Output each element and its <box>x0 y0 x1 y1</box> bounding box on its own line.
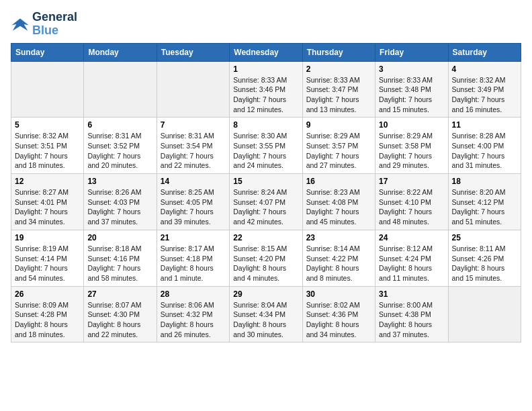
week-row-1: 5Sunrise: 8:32 AM Sunset: 3:51 PM Daylig… <box>11 118 521 174</box>
day-number: 28 <box>161 289 226 299</box>
day-number: 9 <box>306 120 371 130</box>
header-saturday: Saturday <box>448 43 521 61</box>
svg-marker-0 <box>11 18 28 30</box>
day-info: Sunrise: 8:33 AM Sunset: 3:46 PM Dayligh… <box>233 75 298 115</box>
day-number: 10 <box>379 120 444 130</box>
day-cell: 31Sunrise: 8:00 AM Sunset: 4:38 PM Dayli… <box>375 286 448 342</box>
header-wednesday: Wednesday <box>230 43 302 61</box>
day-cell <box>448 286 521 342</box>
day-cell: 6Sunrise: 8:31 AM Sunset: 3:52 PM Daylig… <box>84 118 157 174</box>
day-cell <box>11 61 84 118</box>
day-number: 18 <box>452 177 517 186</box>
day-cell: 16Sunrise: 8:23 AM Sunset: 4:08 PM Dayli… <box>302 174 375 230</box>
day-number: 30 <box>306 289 371 299</box>
logo-icon <box>11 15 30 34</box>
day-cell: 29Sunrise: 8:04 AM Sunset: 4:34 PM Dayli… <box>230 286 302 342</box>
day-info: Sunrise: 8:22 AM Sunset: 4:10 PM Dayligh… <box>379 187 444 227</box>
week-row-4: 26Sunrise: 8:09 AM Sunset: 4:28 PM Dayli… <box>11 286 521 342</box>
day-number: 21 <box>161 233 226 242</box>
day-number: 4 <box>452 64 517 74</box>
day-info: Sunrise: 8:07 AM Sunset: 4:30 PM Dayligh… <box>87 300 152 340</box>
header-sunday: Sunday <box>11 43 84 61</box>
day-number: 27 <box>87 289 152 299</box>
day-cell: 19Sunrise: 8:19 AM Sunset: 4:14 PM Dayli… <box>11 230 84 286</box>
day-cell <box>157 61 229 118</box>
day-cell: 28Sunrise: 8:06 AM Sunset: 4:32 PM Dayli… <box>157 286 229 342</box>
day-cell: 12Sunrise: 8:27 AM Sunset: 4:01 PM Dayli… <box>11 174 84 230</box>
day-cell: 2Sunrise: 8:33 AM Sunset: 3:47 PM Daylig… <box>302 61 375 118</box>
day-cell: 27Sunrise: 8:07 AM Sunset: 4:30 PM Dayli… <box>84 286 157 342</box>
day-info: Sunrise: 8:12 AM Sunset: 4:24 PM Dayligh… <box>379 244 444 283</box>
day-info: Sunrise: 8:33 AM Sunset: 3:48 PM Dayligh… <box>379 75 444 115</box>
header-friday: Friday <box>375 43 448 61</box>
week-row-0: 1Sunrise: 8:33 AM Sunset: 3:46 PM Daylig… <box>11 61 521 118</box>
header-tuesday: Tuesday <box>157 43 229 61</box>
day-info: Sunrise: 8:04 AM Sunset: 4:34 PM Dayligh… <box>233 300 298 340</box>
day-info: Sunrise: 8:17 AM Sunset: 4:18 PM Dayligh… <box>161 244 226 283</box>
day-number: 15 <box>233 177 298 186</box>
day-info: Sunrise: 8:25 AM Sunset: 4:05 PM Dayligh… <box>161 187 226 227</box>
logo-text: General Blue <box>32 11 77 38</box>
day-cell: 17Sunrise: 8:22 AM Sunset: 4:10 PM Dayli… <box>375 174 448 230</box>
header-row: SundayMondayTuesdayWednesdayThursdayFrid… <box>11 43 521 61</box>
day-info: Sunrise: 8:06 AM Sunset: 4:32 PM Dayligh… <box>161 300 226 340</box>
day-cell: 21Sunrise: 8:17 AM Sunset: 4:18 PM Dayli… <box>157 230 229 286</box>
day-cell: 9Sunrise: 8:29 AM Sunset: 3:57 PM Daylig… <box>302 118 375 174</box>
day-cell: 23Sunrise: 8:14 AM Sunset: 4:22 PM Dayli… <box>302 230 375 286</box>
day-cell: 20Sunrise: 8:18 AM Sunset: 4:16 PM Dayli… <box>84 230 157 286</box>
day-number: 1 <box>233 64 298 74</box>
day-number: 19 <box>15 233 80 242</box>
week-row-3: 19Sunrise: 8:19 AM Sunset: 4:14 PM Dayli… <box>11 230 521 286</box>
day-number: 2 <box>306 64 371 74</box>
day-info: Sunrise: 8:00 AM Sunset: 4:38 PM Dayligh… <box>379 300 444 340</box>
day-number: 20 <box>87 233 152 242</box>
day-number: 22 <box>233 233 298 242</box>
day-info: Sunrise: 8:30 AM Sunset: 3:55 PM Dayligh… <box>233 131 298 171</box>
day-cell <box>84 61 157 118</box>
day-cell: 8Sunrise: 8:30 AM Sunset: 3:55 PM Daylig… <box>230 118 302 174</box>
day-cell: 14Sunrise: 8:25 AM Sunset: 4:05 PM Dayli… <box>157 174 229 230</box>
day-number: 5 <box>15 120 80 130</box>
header-monday: Monday <box>84 43 157 61</box>
day-number: 11 <box>452 120 517 130</box>
day-cell: 3Sunrise: 8:33 AM Sunset: 3:48 PM Daylig… <box>375 61 448 118</box>
day-number: 25 <box>452 233 517 242</box>
day-info: Sunrise: 8:31 AM Sunset: 3:52 PM Dayligh… <box>87 131 152 171</box>
day-number: 29 <box>233 289 298 299</box>
logo: General Blue <box>11 11 77 38</box>
day-info: Sunrise: 8:18 AM Sunset: 4:16 PM Dayligh… <box>87 244 152 283</box>
day-number: 24 <box>379 233 444 242</box>
day-cell: 7Sunrise: 8:31 AM Sunset: 3:54 PM Daylig… <box>157 118 229 174</box>
day-info: Sunrise: 8:32 AM Sunset: 3:51 PM Dayligh… <box>15 131 80 171</box>
day-cell: 1Sunrise: 8:33 AM Sunset: 3:46 PM Daylig… <box>230 61 302 118</box>
day-number: 13 <box>87 177 152 186</box>
day-info: Sunrise: 8:27 AM Sunset: 4:01 PM Dayligh… <box>15 187 80 227</box>
day-cell: 30Sunrise: 8:02 AM Sunset: 4:36 PM Dayli… <box>302 286 375 342</box>
day-info: Sunrise: 8:02 AM Sunset: 4:36 PM Dayligh… <box>306 300 371 340</box>
day-number: 14 <box>161 177 226 186</box>
day-cell: 22Sunrise: 8:15 AM Sunset: 4:20 PM Dayli… <box>230 230 302 286</box>
day-cell: 18Sunrise: 8:20 AM Sunset: 4:12 PM Dayli… <box>448 174 521 230</box>
day-info: Sunrise: 8:31 AM Sunset: 3:54 PM Dayligh… <box>161 131 226 171</box>
day-number: 6 <box>87 120 152 130</box>
day-info: Sunrise: 8:24 AM Sunset: 4:07 PM Dayligh… <box>233 187 298 227</box>
day-info: Sunrise: 8:20 AM Sunset: 4:12 PM Dayligh… <box>452 187 517 227</box>
day-cell: 11Sunrise: 8:28 AM Sunset: 4:00 PM Dayli… <box>448 118 521 174</box>
day-number: 26 <box>15 289 80 299</box>
page-header: General Blue <box>11 11 521 38</box>
day-number: 7 <box>161 120 226 130</box>
day-info: Sunrise: 8:33 AM Sunset: 3:47 PM Dayligh… <box>306 75 371 115</box>
day-info: Sunrise: 8:14 AM Sunset: 4:22 PM Dayligh… <box>306 244 371 283</box>
day-info: Sunrise: 8:19 AM Sunset: 4:14 PM Dayligh… <box>15 244 80 283</box>
day-cell: 10Sunrise: 8:29 AM Sunset: 3:58 PM Dayli… <box>375 118 448 174</box>
day-number: 17 <box>379 177 444 186</box>
day-number: 3 <box>379 64 444 74</box>
day-info: Sunrise: 8:15 AM Sunset: 4:20 PM Dayligh… <box>233 244 298 283</box>
day-cell: 24Sunrise: 8:12 AM Sunset: 4:24 PM Dayli… <box>375 230 448 286</box>
day-info: Sunrise: 8:09 AM Sunset: 4:28 PM Dayligh… <box>15 300 80 340</box>
header-thursday: Thursday <box>302 43 375 61</box>
day-info: Sunrise: 8:29 AM Sunset: 3:58 PM Dayligh… <box>379 131 444 171</box>
day-number: 31 <box>379 289 444 299</box>
week-row-2: 12Sunrise: 8:27 AM Sunset: 4:01 PM Dayli… <box>11 174 521 230</box>
day-info: Sunrise: 8:23 AM Sunset: 4:08 PM Dayligh… <box>306 187 371 227</box>
